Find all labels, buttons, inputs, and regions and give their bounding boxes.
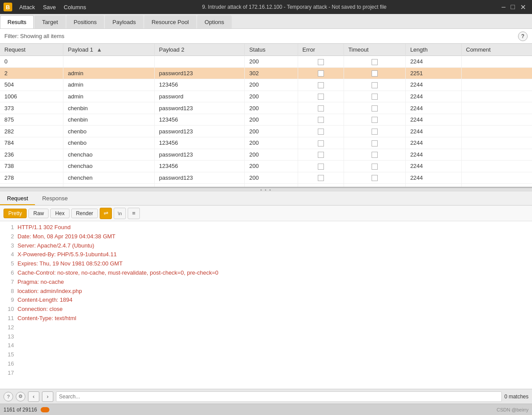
timeout-checkbox[interactable]	[372, 82, 378, 88]
error-checkbox[interactable]	[318, 94, 324, 100]
table-row[interactable]: 784 chenbo 123456 200 2244	[0, 137, 532, 149]
line-content: Content-Type: text/html	[17, 314, 76, 323]
line-number: 17	[3, 369, 14, 378]
wrap-icon-button[interactable]: ⇌	[100, 208, 112, 219]
table-row[interactable]: 738 chenchao 123456 200 2244	[0, 160, 532, 172]
next-button[interactable]: ›	[42, 391, 53, 402]
view-btn-render[interactable]: Render	[71, 209, 98, 218]
col-comment[interactable]: Comment	[462, 44, 532, 56]
code-line: 17	[3, 369, 529, 378]
timeout-checkbox[interactable]	[372, 105, 378, 112]
cell-payload1: chenbo	[63, 137, 155, 149]
cell-comment	[462, 67, 532, 79]
error-checkbox[interactable]	[318, 70, 324, 77]
timeout-checkbox[interactable]	[372, 59, 378, 65]
tab-results[interactable]: Results	[0, 15, 34, 28]
cell-comment	[462, 79, 532, 91]
error-checkbox[interactable]	[318, 164, 324, 170]
cell-request: 784	[0, 137, 63, 149]
error-checkbox[interactable]	[318, 140, 324, 146]
view-controls: Pretty Raw Hex Render ⇌ \n ≡	[0, 206, 532, 221]
close-button[interactable]: ✕	[518, 3, 529, 11]
timeout-checkbox[interactable]	[372, 94, 378, 100]
menu-attack[interactable]: Attack	[16, 3, 38, 11]
code-line: 13	[3, 332, 529, 342]
cell-length: 2251	[406, 67, 462, 79]
lower-panel: Request Response Pretty Raw Hex Render ⇌…	[0, 192, 532, 389]
newline-icon-button[interactable]: \n	[114, 208, 126, 219]
col-length[interactable]: Length	[406, 44, 462, 56]
timeout-checkbox[interactable]	[372, 175, 378, 181]
table-row[interactable]: 278 chenchen password123 200 2244	[0, 172, 532, 184]
col-status[interactable]: Status	[245, 44, 298, 56]
error-checkbox[interactable]	[318, 82, 324, 88]
minimize-button[interactable]: –	[499, 3, 508, 11]
view-btn-hex[interactable]: Hex	[50, 209, 69, 218]
table-row[interactable]: 373 chenbin password123 200 2244	[0, 102, 532, 114]
tab-positions[interactable]: Positions	[66, 15, 104, 28]
timeout-checkbox[interactable]	[372, 164, 378, 170]
panel-tab-request[interactable]: Request	[0, 192, 35, 205]
main-tabs: Results Target Positions Payloads Resour…	[0, 14, 532, 29]
filter-help-button[interactable]: ?	[518, 31, 528, 41]
col-timeout[interactable]: Timeout	[344, 44, 406, 56]
tab-options[interactable]: Options	[197, 15, 232, 28]
line-number: 5	[3, 259, 14, 269]
col-request[interactable]: Request	[0, 44, 63, 56]
cell-request: 282	[0, 126, 63, 137]
col-payload1[interactable]: Payload 1 ▲	[63, 44, 155, 56]
code-area[interactable]: 1 HTTP/1.1 302 Found 2 Date: Mon, 08 Apr…	[0, 221, 532, 389]
cell-payload2: password123	[154, 102, 245, 114]
cell-payload1: chenchen	[63, 172, 155, 184]
error-checkbox[interactable]	[318, 59, 324, 65]
panel-tab-response[interactable]: Response	[35, 192, 75, 205]
titlebar-menus: Attack Save Columns	[16, 3, 90, 11]
table-row[interactable]: 1006 admin password 200 2244	[0, 91, 532, 102]
settings-icon-button[interactable]: ⚙	[16, 392, 25, 401]
view-btn-pretty[interactable]: Pretty	[3, 209, 27, 218]
col-payload2[interactable]: Payload 2	[154, 44, 245, 56]
table-row[interactable]: 875 chenbin 123456 200 2244	[0, 114, 532, 126]
results-table-area: Request Payload 1 ▲ Payload 2 Status Err…	[0, 44, 532, 188]
table-row[interactable]: 282 chenbo password123 200 2244	[0, 126, 532, 137]
timeout-checkbox[interactable]	[372, 129, 378, 135]
status-bar: ? ⚙ ‹ › 0 matches	[0, 389, 532, 404]
prev-button[interactable]: ‹	[28, 391, 39, 402]
cell-payload2: 123456	[154, 160, 245, 172]
code-line: 10 Connection: close	[3, 305, 529, 314]
table-row[interactable]: 0 200 2244	[0, 56, 532, 68]
tab-payloads[interactable]: Payloads	[105, 15, 143, 28]
table-row[interactable]: 2 admin password123 302 2251	[0, 67, 532, 79]
table-row[interactable]: 236 chenchao password123 200 2244	[0, 149, 532, 160]
timeout-checkbox[interactable]	[372, 117, 378, 123]
cell-error	[298, 172, 344, 184]
results-table: Request Payload 1 ▲ Payload 2 Status Err…	[0, 44, 532, 188]
cell-request: 236	[0, 149, 63, 160]
timeout-checkbox[interactable]	[372, 70, 378, 77]
view-btn-raw[interactable]: Raw	[28, 209, 49, 218]
error-checkbox[interactable]	[318, 152, 324, 158]
help-icon-button[interactable]: ?	[3, 392, 13, 401]
error-checkbox[interactable]	[318, 129, 324, 135]
timeout-checkbox[interactable]	[372, 152, 378, 158]
error-checkbox[interactable]	[318, 175, 324, 181]
table-row[interactable]: 504 admin 123456 200 2244	[0, 79, 532, 91]
menu-save[interactable]: Save	[39, 3, 59, 11]
error-checkbox[interactable]	[318, 117, 324, 123]
tab-resource-pool[interactable]: Resource Pool	[144, 15, 196, 28]
search-input[interactable]	[56, 391, 502, 402]
menu-icon-button[interactable]: ≡	[128, 208, 140, 219]
error-checkbox[interactable]	[318, 105, 324, 112]
line-content: Content-Length: 1894	[17, 296, 73, 305]
timeout-checkbox[interactable]	[372, 140, 378, 146]
col-error[interactable]: Error	[298, 44, 344, 56]
menu-columns[interactable]: Columns	[60, 3, 90, 11]
resize-handle[interactable]: • • •	[0, 188, 532, 192]
wrap-icon: ⇌	[104, 210, 108, 216]
code-line: 14	[3, 341, 529, 350]
tab-target[interactable]: Target	[35, 15, 65, 28]
line-content: Server: Apache/2.4.7 (Ubuntu)	[17, 241, 94, 251]
cell-comment	[462, 172, 532, 184]
maximize-button[interactable]: □	[508, 3, 518, 11]
cell-timeout	[344, 91, 406, 102]
